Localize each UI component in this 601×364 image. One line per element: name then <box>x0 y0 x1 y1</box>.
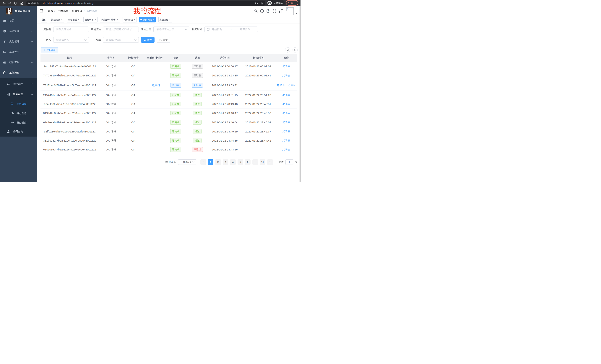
svg-text:?: ? <box>268 10 269 12</box>
